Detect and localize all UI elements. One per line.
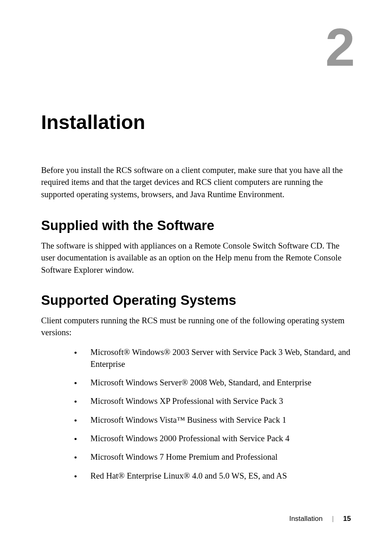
list-item: Microsoft Windows 2000 Professional with… (74, 433, 351, 444)
page-footer: Installation | 15 (289, 515, 351, 523)
list-item: Microsoft Windows Vista™ Business with S… (74, 414, 351, 426)
section-body-supplied: The software is shipped with appliances … (41, 240, 351, 276)
section-heading-supported-os: Supported Operating Systems (41, 292, 351, 308)
list-item: Microsoft Windows 7 Home Premium and Pro… (74, 451, 351, 463)
supported-os-list: Microsoft® Windows® 2003 Server with Ser… (41, 346, 351, 482)
list-item: Microsoft® Windows® 2003 Server with Ser… (74, 346, 351, 371)
footer-separator: | (332, 515, 334, 523)
list-item: Microsoft Windows Server® 2008 Web, Stan… (74, 377, 351, 389)
list-item: Red Hat® Enterprise Linux® 4.0 and 5.0 W… (74, 470, 351, 482)
footer-page-number: 15 (343, 515, 351, 523)
footer-title: Installation (289, 515, 323, 523)
list-item: Microsoft Windows XP Professional with S… (74, 395, 351, 407)
chapter-title: Installation (41, 111, 351, 134)
section-heading-supplied: Supplied with the Software (41, 218, 351, 233)
chapter-number: 2 (41, 21, 355, 74)
chapter-intro-paragraph: Before you install the RCS software on a… (41, 164, 351, 200)
supported-os-intro: Client computers running the RCS must be… (41, 315, 351, 339)
page-container: 2 Installation Before you install the RC… (0, 0, 392, 555)
